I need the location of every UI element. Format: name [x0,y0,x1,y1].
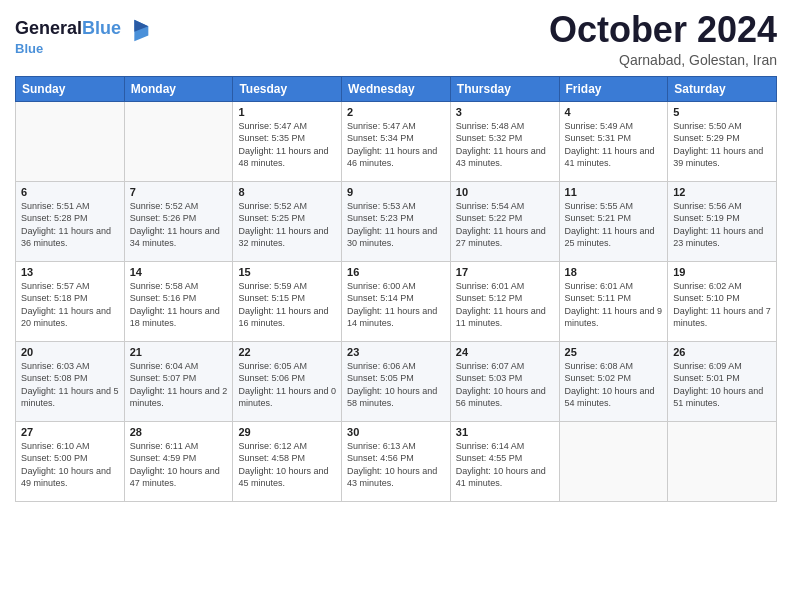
sunset-text: Sunset: 5:26 PM [130,213,197,223]
sunrise-text: Sunrise: 6:07 AM [456,361,525,371]
sunrise-text: Sunrise: 5:50 AM [673,121,742,131]
daylight-text: Daylight: 10 hours and 49 minutes. [21,466,111,489]
daylight-text: Daylight: 11 hours and 36 minutes. [21,226,111,249]
sunrise-text: Sunrise: 5:51 AM [21,201,90,211]
cell-week4-day2: 21 Sunrise: 6:04 AM Sunset: 5:07 PM Dayl… [124,341,233,421]
th-tuesday: Tuesday [233,76,342,101]
cell-week5-day4: 30 Sunrise: 6:13 AM Sunset: 4:56 PM Dayl… [342,421,451,501]
day-number: 30 [347,426,445,438]
sunset-text: Sunset: 5:25 PM [238,213,305,223]
sunset-text: Sunset: 5:19 PM [673,213,740,223]
sunrise-text: Sunrise: 5:49 AM [565,121,634,131]
daylight-text: Daylight: 10 hours and 43 minutes. [347,466,437,489]
daylight-text: Daylight: 11 hours and 43 minutes. [456,146,546,169]
th-friday: Friday [559,76,668,101]
daylight-text: Daylight: 11 hours and 2 minutes. [130,386,228,409]
day-number: 12 [673,186,771,198]
daylight-text: Daylight: 11 hours and 20 minutes. [21,306,111,329]
day-number: 11 [565,186,663,198]
cell-week3-day1: 13 Sunrise: 5:57 AM Sunset: 5:18 PM Dayl… [16,261,125,341]
daylight-text: Daylight: 11 hours and 9 minutes. [565,306,663,329]
day-number: 20 [21,346,119,358]
sunrise-text: Sunrise: 5:52 AM [130,201,199,211]
cell-week2-day5: 10 Sunrise: 5:54 AM Sunset: 5:22 PM Dayl… [450,181,559,261]
sunrise-text: Sunrise: 5:47 AM [347,121,416,131]
day-number: 1 [238,106,336,118]
daylight-text: Daylight: 11 hours and 25 minutes. [565,226,655,249]
cell-week3-day5: 17 Sunrise: 6:01 AM Sunset: 5:12 PM Dayl… [450,261,559,341]
header-row: Sunday Monday Tuesday Wednesday Thursday… [16,76,777,101]
day-number: 4 [565,106,663,118]
sunrise-text: Sunrise: 6:00 AM [347,281,416,291]
th-sunday: Sunday [16,76,125,101]
cell-week5-day5: 31 Sunrise: 6:14 AM Sunset: 4:55 PM Dayl… [450,421,559,501]
sunrise-text: Sunrise: 5:54 AM [456,201,525,211]
sunset-text: Sunset: 5:06 PM [238,373,305,383]
sunset-text: Sunset: 5:02 PM [565,373,632,383]
sunrise-text: Sunrise: 5:57 AM [21,281,90,291]
sunset-text: Sunset: 5:12 PM [456,293,523,303]
day-number: 26 [673,346,771,358]
cell-week2-day2: 7 Sunrise: 5:52 AM Sunset: 5:26 PM Dayli… [124,181,233,261]
cell-week4-day7: 26 Sunrise: 6:09 AM Sunset: 5:01 PM Dayl… [668,341,777,421]
daylight-text: Daylight: 11 hours and 5 minutes. [21,386,119,409]
daylight-text: Daylight: 10 hours and 45 minutes. [238,466,328,489]
day-number: 28 [130,426,228,438]
cell-week4-day6: 25 Sunrise: 6:08 AM Sunset: 5:02 PM Dayl… [559,341,668,421]
sunrise-text: Sunrise: 6:10 AM [21,441,90,451]
daylight-text: Daylight: 11 hours and 30 minutes. [347,226,437,249]
daylight-text: Daylight: 11 hours and 7 minutes. [673,306,771,329]
daylight-text: Daylight: 11 hours and 27 minutes. [456,226,546,249]
sunrise-text: Sunrise: 6:08 AM [565,361,634,371]
week-row-2: 6 Sunrise: 5:51 AM Sunset: 5:28 PM Dayli… [16,181,777,261]
sunrise-text: Sunrise: 5:48 AM [456,121,525,131]
day-number: 17 [456,266,554,278]
sunrise-text: Sunrise: 6:09 AM [673,361,742,371]
sunrise-text: Sunrise: 5:59 AM [238,281,307,291]
cell-week5-day6 [559,421,668,501]
cell-week1-day6: 4 Sunrise: 5:49 AM Sunset: 5:31 PM Dayli… [559,101,668,181]
day-number: 13 [21,266,119,278]
sunset-text: Sunset: 5:35 PM [238,133,305,143]
sunrise-text: Sunrise: 6:01 AM [565,281,634,291]
daylight-text: Daylight: 10 hours and 56 minutes. [456,386,546,409]
sunset-text: Sunset: 4:59 PM [130,453,197,463]
day-number: 19 [673,266,771,278]
daylight-text: Daylight: 11 hours and 0 minutes. [238,386,336,409]
cell-week5-day2: 28 Sunrise: 6:11 AM Sunset: 4:59 PM Dayl… [124,421,233,501]
cell-week3-day3: 15 Sunrise: 5:59 AM Sunset: 5:15 PM Dayl… [233,261,342,341]
sunset-text: Sunset: 5:08 PM [21,373,88,383]
daylight-text: Daylight: 11 hours and 23 minutes. [673,226,763,249]
daylight-text: Daylight: 11 hours and 46 minutes. [347,146,437,169]
daylight-text: Daylight: 11 hours and 41 minutes. [565,146,655,169]
day-number: 25 [565,346,663,358]
daylight-text: Daylight: 11 hours and 39 minutes. [673,146,763,169]
logo-text-block: GeneralBlue Blue [15,15,153,56]
week-row-5: 27 Sunrise: 6:10 AM Sunset: 5:00 PM Dayl… [16,421,777,501]
sunrise-text: Sunrise: 5:56 AM [673,201,742,211]
sunset-text: Sunset: 5:18 PM [21,293,88,303]
sunrise-text: Sunrise: 5:55 AM [565,201,634,211]
sunset-text: Sunset: 5:05 PM [347,373,414,383]
sunrise-text: Sunrise: 5:52 AM [238,201,307,211]
cell-week4-day3: 22 Sunrise: 6:05 AM Sunset: 5:06 PM Dayl… [233,341,342,421]
sunrise-text: Sunrise: 6:06 AM [347,361,416,371]
cell-week2-day4: 9 Sunrise: 5:53 AM Sunset: 5:23 PM Dayli… [342,181,451,261]
sunset-text: Sunset: 5:34 PM [347,133,414,143]
sunset-text: Sunset: 5:11 PM [565,293,632,303]
location-text: Qarnabad, Golestan, Iran [549,52,777,68]
sunset-text: Sunset: 4:58 PM [238,453,305,463]
sunrise-text: Sunrise: 6:02 AM [673,281,742,291]
day-number: 16 [347,266,445,278]
calendar-container: GeneralBlue Blue October 2024 Qarnabad, … [0,0,792,512]
logo: GeneralBlue Blue [15,15,153,56]
day-number: 29 [238,426,336,438]
daylight-text: Daylight: 11 hours and 16 minutes. [238,306,328,329]
sunrise-text: Sunrise: 5:58 AM [130,281,199,291]
day-number: 15 [238,266,336,278]
daylight-text: Daylight: 11 hours and 11 minutes. [456,306,546,329]
week-row-1: 1 Sunrise: 5:47 AM Sunset: 5:35 PM Dayli… [16,101,777,181]
day-number: 7 [130,186,228,198]
sunrise-text: Sunrise: 6:14 AM [456,441,525,451]
sunrise-text: Sunrise: 6:03 AM [21,361,90,371]
